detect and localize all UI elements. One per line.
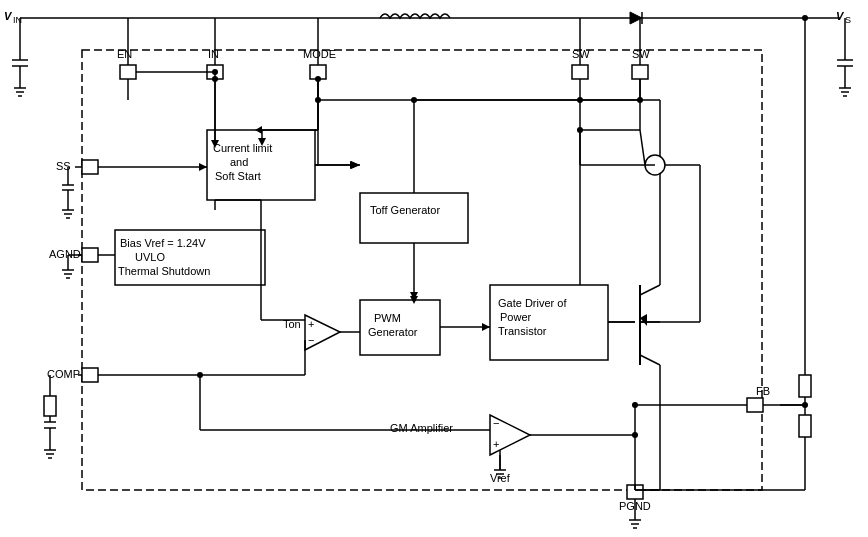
bias-label-2: UVLO	[135, 251, 165, 263]
mode-label: MODE	[303, 48, 336, 60]
gm-amp-label: GM Amplifier	[390, 422, 453, 434]
amp-minus: −	[493, 417, 499, 429]
svg-rect-68	[747, 398, 763, 412]
svg-point-169	[212, 76, 218, 82]
sw2-label: SW	[632, 48, 650, 60]
pwm-gen-label-2: Generator	[368, 326, 418, 338]
toff-gen-label-1: Toff Generator	[370, 204, 440, 216]
pwm-gen-label-1: PWM	[374, 312, 401, 324]
current-limit-label-3: Soft Start	[215, 170, 261, 182]
svg-rect-35	[82, 160, 98, 174]
svg-rect-80	[360, 193, 468, 243]
comp-label: COMP	[47, 368, 80, 380]
svg-rect-20	[120, 65, 136, 79]
svg-rect-32	[632, 65, 648, 79]
agnd-label: AGND	[49, 248, 81, 260]
gate-driver-label-3: Transistor	[498, 325, 547, 337]
gate-driver-label-2: Power	[500, 311, 532, 323]
svg-rect-29	[572, 65, 588, 79]
en-label: EN	[117, 48, 132, 60]
svg-point-168	[315, 76, 321, 82]
bias-label-1: Bias Vref = 1.24V	[120, 237, 206, 249]
current-limit-label-1: Current limit	[213, 142, 272, 154]
sw1-label: SW	[572, 48, 590, 60]
svg-rect-71	[799, 375, 811, 397]
svg-point-77	[802, 15, 808, 21]
gate-driver-label-1: Gate Driver of	[498, 297, 567, 309]
svg-point-148	[632, 432, 638, 438]
vs-sub: S	[845, 15, 851, 25]
svg-rect-50	[82, 368, 98, 382]
comp-minus: −	[308, 334, 314, 346]
svg-point-150	[632, 402, 638, 408]
svg-rect-44	[82, 248, 98, 262]
in-label: IN	[208, 48, 219, 60]
current-limit-label-2: and	[230, 156, 248, 168]
fb-label: FB	[756, 385, 770, 397]
bias-label-3: Thermal Shutdown	[118, 265, 210, 277]
svg-rect-73	[799, 415, 811, 437]
amp-plus: +	[493, 438, 499, 450]
svg-rect-53	[44, 396, 56, 416]
comp-plus: +	[308, 318, 314, 330]
